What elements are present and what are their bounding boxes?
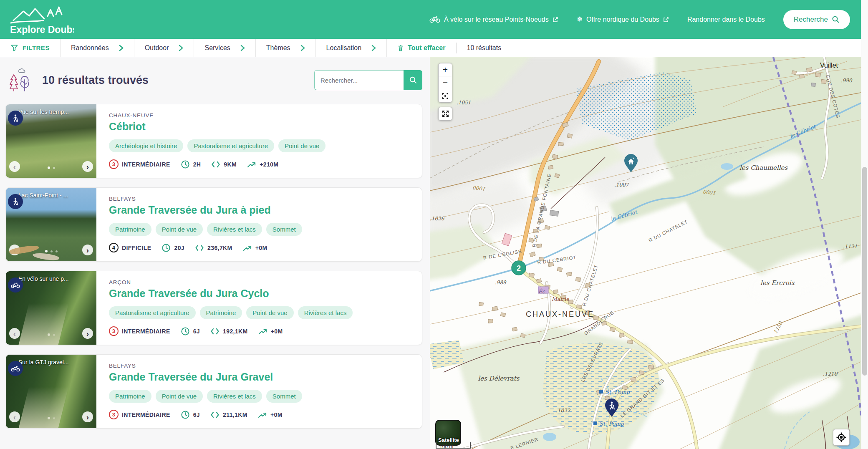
difficulty-label: DIFFICILE [122, 245, 151, 251]
tag: Point de vue [278, 139, 326, 152]
recherche-label: Recherche [794, 15, 828, 24]
tag: Point de vue [156, 390, 203, 403]
locate-me-button[interactable] [833, 429, 850, 446]
fit-bounds-button[interactable] [439, 89, 452, 102]
card-title-link[interactable]: Cébriot [109, 121, 326, 133]
satellite-layer-button[interactable]: Satellite [435, 420, 461, 446]
carousel-dots[interactable] [45, 250, 58, 252]
carousel-next-button[interactable]: › [82, 328, 93, 339]
elevation-value: +0M [270, 411, 283, 418]
filter-localisation[interactable]: Localisation [316, 39, 387, 57]
topo-basemap: Vuillet CHE DES COTES .990 le Cébriot le… [430, 57, 861, 449]
tag: Pastoralisme et agriculture [109, 306, 196, 319]
tag: Patrimoine [109, 223, 151, 236]
carousel-prev-button[interactable]: ‹ [9, 161, 20, 172]
page-scrollbar[interactable] [861, 0, 868, 449]
clock-icon [181, 410, 190, 419]
trees-icon [9, 67, 32, 93]
map-label-ecole: Éc. [538, 288, 547, 295]
fit-bounds-icon [442, 93, 449, 99]
bike-icon [11, 366, 20, 372]
bike-activity-badge [8, 361, 23, 376]
carousel-dots[interactable] [48, 417, 55, 419]
tag: Archéologie et histoire [109, 139, 183, 152]
difficulty-badge: 3 [109, 410, 119, 419]
hiker-activity-badge [8, 111, 23, 126]
hiker-icon [11, 197, 20, 206]
carousel-prev-button[interactable]: ‹ [9, 411, 20, 422]
filter-bar: FILTRES Randonnées Outdoor Services Thèm… [0, 39, 861, 57]
map-station-square [599, 390, 603, 394]
card-location: ARÇON [109, 279, 353, 285]
external-link-icon [553, 17, 558, 23]
cluster-marker-2[interactable]: 2 [512, 261, 526, 275]
logo[interactable]: Explore Doubs [8, 2, 74, 37]
scale-label: 100 m [439, 444, 453, 449]
card-title-link[interactable]: Grande Traversée du Jura à pied [109, 204, 302, 216]
hiker-icon [11, 114, 20, 122]
card-location: BELFAYS [109, 363, 302, 369]
distance-icon [195, 244, 204, 252]
trash-icon [397, 44, 404, 52]
tag: Point de vue [156, 223, 203, 236]
carousel-next-button[interactable]: › [82, 245, 93, 255]
chevron-right-icon [300, 45, 305, 51]
duration-value: 6J [193, 411, 200, 418]
header: Explore Doubs À vélo sur le réseau Point… [0, 0, 861, 39]
carousel-prev-button[interactable]: ‹ [9, 245, 20, 255]
difficulty-badge: 4 [109, 243, 119, 252]
zoom-out-button[interactable]: − [439, 76, 452, 89]
result-card[interactable]: Sur la GTJ gravel... ‹ › BELFAYS Grande … [5, 354, 422, 429]
filter-themes[interactable]: Thèmes [256, 39, 316, 57]
logo-pine-2 [56, 7, 62, 15]
distance-icon [210, 411, 220, 419]
result-card[interactable]: En vélo sur une p... ‹ › ARÇON Grande Tr… [5, 271, 422, 345]
recherche-button[interactable]: Recherche [783, 10, 850, 29]
nav-randonner-doubs[interactable]: Randonner dans le Doubs [687, 16, 765, 23]
map-label-elev-1026: .1026 [430, 216, 445, 222]
nav-velo-points-noeuds[interactable]: À vélo sur le réseau Points-Noeuds [429, 16, 558, 23]
crosshair-icon [836, 432, 847, 443]
filter-services[interactable]: Services [194, 39, 255, 57]
results-count: 10 résultats [457, 39, 512, 57]
card-title-link[interactable]: Grande Traversée du Jura Cyclo [109, 288, 353, 300]
card-photo: Lac Saint-Point - ... ‹ › [6, 188, 96, 261]
duration-value: 20J [174, 245, 184, 251]
map-label-elev-1007: .1007 [614, 182, 629, 188]
tag: Sommet [266, 390, 302, 403]
tag: Point de vue [246, 306, 293, 319]
carousel-prev-button[interactable]: ‹ [9, 328, 20, 339]
bicycle-icon [429, 16, 440, 23]
photo-caption: En vélo sur une p... [18, 275, 94, 282]
nav-offre-nordique[interactable]: ❄ Offre nordique du Doubs [577, 15, 669, 24]
map-label-elev-990: .990 [841, 78, 853, 83]
filter-outdoor[interactable]: Outdoor [134, 39, 194, 57]
snowflake-icon: ❄ [577, 15, 583, 24]
card-title-link[interactable]: Grande Traversée du Jura Gravel [109, 371, 302, 383]
zoom-in-button[interactable]: + [439, 63, 452, 76]
filter-randonnees[interactable]: Randonnées [61, 39, 134, 57]
search-input[interactable] [314, 70, 404, 90]
search-submit-button[interactable] [404, 70, 422, 90]
map-label-ercroix: les Ercroix [760, 279, 795, 287]
carousel-next-button[interactable]: › [82, 411, 93, 422]
nav-label: Offre nordique du Doubs [586, 16, 659, 23]
chevron-right-icon [240, 45, 245, 51]
scrollbar-thumb[interactable] [862, 167, 867, 376]
map-label-st-pomp-a: St. Pomp [605, 389, 630, 395]
clock-icon [161, 243, 171, 252]
carousel-dots[interactable] [48, 333, 55, 336]
carousel-dots[interactable] [48, 166, 55, 169]
filter-label: Outdoor [145, 44, 169, 52]
clear-filters-button[interactable]: Tout effacer [387, 39, 456, 57]
result-card[interactable]: Vue sur les tremp... ‹ › CHAUX-NEUVE Céb… [5, 104, 422, 178]
map-label-elev-1121: .1121 [843, 244, 857, 250]
difficulty-label: INTERMÉDIAIRE [122, 411, 170, 418]
results-search [314, 70, 422, 90]
fullscreen-button[interactable] [438, 107, 452, 121]
map-area[interactable]: Vuillet CHE DES COTES .990 le Cébriot le… [430, 57, 861, 449]
filters-toggle[interactable]: FILTRES [0, 39, 61, 57]
carousel-next-button[interactable]: › [82, 161, 93, 172]
result-card[interactable]: Lac Saint-Point - ... ‹ › BELFAYS Grande… [5, 187, 422, 262]
filter-label: Services [204, 44, 230, 52]
